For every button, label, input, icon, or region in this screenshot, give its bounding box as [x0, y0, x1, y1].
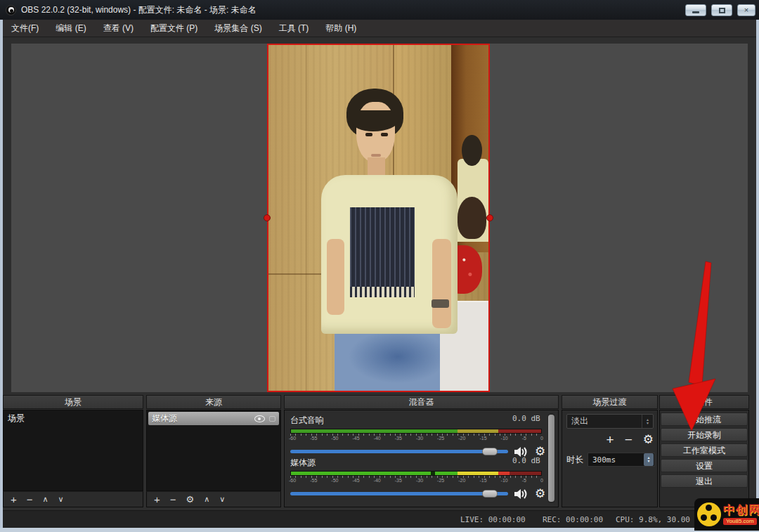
add-source-button[interactable]: +	[154, 494, 160, 505]
minimize-icon	[692, 11, 699, 13]
tshirt-print	[350, 207, 415, 287]
sources-list: 媒体源	[146, 410, 281, 491]
transition-selected-value: 淡出	[567, 415, 642, 427]
maximize-button[interactable]	[711, 4, 732, 16]
channel-gear-icon[interactable]: ⚙	[535, 488, 545, 500]
volume-slider[interactable]	[290, 492, 508, 495]
mixer-channel-desktop-audio: 台式音响 0.0 dB -60-55-50-45-40-35-30-25-20-…	[290, 413, 545, 458]
source-up-button[interactable]: ∧	[204, 495, 209, 503]
sources-toolbar: + − ⚙ ∧ ∨	[146, 491, 281, 507]
channel-db: 0.0 dB	[512, 414, 540, 423]
settings-button[interactable]: 设置	[661, 459, 748, 472]
watermark: 中创网 You85.com	[694, 498, 759, 531]
channel-name: 台式音响	[290, 415, 324, 425]
exit-button[interactable]: 退出	[661, 474, 748, 488]
channel-db: 0.0 dB	[512, 456, 540, 465]
status-bar: LIVE: 00:00:00 REC: 00:00:00 CPU: 9.8%, …	[3, 510, 756, 528]
menu-scene-collection[interactable]: 场景集合 (S)	[206, 20, 270, 37]
menu-profile[interactable]: 配置文件 (P)	[142, 20, 206, 37]
mixer-body: 台式音响 0.0 dB -60-55-50-45-40-35-30-25-20-…	[284, 410, 559, 507]
window-title: OBS 22.0.2 (32-bit, windows) - 配置文件: 未命名…	[21, 4, 257, 16]
wrist-watch	[432, 299, 449, 309]
scenes-toolbar: + − ∧ ∨	[3, 491, 143, 507]
scene-item[interactable]: 场景	[4, 410, 143, 427]
volume-slider-handle[interactable]	[482, 448, 498, 455]
selection-handle-right[interactable]	[486, 214, 493, 221]
watermark-site: You85.com	[723, 518, 757, 525]
window-bottom-border	[0, 528, 759, 532]
combo-spinner-icon[interactable]: ▴▾	[642, 415, 653, 428]
selection-handle-left[interactable]	[264, 214, 271, 221]
mixer-scrollbar-thumb[interactable]	[548, 415, 554, 502]
sources-panel-header[interactable]: 来源	[146, 395, 281, 409]
menu-help[interactable]: 帮助 (H)	[317, 20, 365, 37]
source-properties-gear-icon[interactable]: ⚙	[186, 495, 195, 504]
start-streaming-button[interactable]: 开始推流	[661, 413, 748, 426]
meter-scale: -60-55-50-45-40-35-30-25-20-15-10-50	[289, 436, 543, 441]
speaker-icon[interactable]	[514, 488, 529, 500]
studio-mode-button[interactable]: 工作室模式	[661, 443, 748, 457]
add-scene-button[interactable]: +	[11, 494, 17, 505]
volume-slider[interactable]	[290, 450, 508, 453]
status-live: LIVE: 00:00:00	[460, 515, 526, 524]
transitions-panel-header[interactable]: 场景过渡	[562, 395, 658, 409]
transitions-body: 淡出 ▴▾ + − ⚙ 时长 300ms ▴▾	[562, 410, 658, 507]
menu-view[interactable]: 查看 (V)	[95, 20, 142, 37]
minimize-button[interactable]	[685, 4, 706, 16]
title-bar: OBS 22.0.2 (32-bit, windows) - 配置文件: 未命名…	[0, 0, 759, 20]
video-source-preview[interactable]	[267, 44, 490, 392]
menu-edit[interactable]: 编辑 (E)	[47, 20, 94, 37]
menu-file[interactable]: 文件(F)	[3, 20, 47, 37]
duration-value: 300ms	[588, 455, 644, 465]
controls-body: 开始推流 开始录制 工作室模式 设置 退出	[659, 410, 749, 507]
controls-panel-header[interactable]: 控件	[659, 395, 749, 409]
duration-label: 时长	[566, 454, 583, 466]
transition-select[interactable]: 淡出 ▴▾	[566, 414, 654, 429]
source-item-label: 媒体源	[152, 413, 177, 424]
close-button[interactable]: ×	[737, 4, 755, 16]
meter-scale: -60-55-50-45-40-35-30-25-20-15-10-50	[289, 478, 543, 484]
lock-icon[interactable]	[269, 416, 275, 422]
maximize-icon	[719, 8, 725, 13]
add-transition-button[interactable]: +	[606, 433, 614, 447]
duration-input[interactable]: 300ms ▴▾	[588, 453, 655, 467]
obs-logo-icon	[6, 5, 16, 15]
source-item-media[interactable]: 媒体源	[148, 412, 279, 425]
remove-source-button[interactable]: −	[170, 494, 176, 505]
preview-canvas[interactable]	[11, 44, 748, 392]
menu-tools[interactable]: 工具 (T)	[271, 20, 318, 37]
film-reel-icon	[697, 502, 721, 526]
watermark-brand: 中创网	[723, 504, 759, 517]
volume-meter	[290, 471, 542, 476]
status-rec: REC: 00:00:00	[543, 515, 603, 524]
duration-spinner-icon[interactable]: ▴▾	[644, 453, 654, 466]
menu-bar: 文件(F) 编辑 (E) 查看 (V) 配置文件 (P) 场景集合 (S) 工具…	[3, 20, 756, 37]
start-recording-button[interactable]: 开始录制	[661, 428, 748, 441]
transition-gear-icon[interactable]: ⚙	[643, 433, 654, 447]
person-jeans	[335, 334, 440, 391]
mixer-panel-header[interactable]: 混音器	[284, 395, 559, 409]
channel-name: 媒体源	[290, 458, 316, 467]
volume-slider-handle[interactable]	[482, 490, 498, 498]
volume-meter	[290, 429, 542, 434]
scene-down-button[interactable]: ∨	[58, 495, 64, 503]
remove-transition-button[interactable]: −	[625, 433, 632, 447]
scenes-panel-header[interactable]: 场景	[3, 395, 143, 409]
source-down-button[interactable]: ∨	[219, 495, 225, 503]
remove-scene-button[interactable]: −	[27, 494, 33, 505]
mixer-channel-media-source: 媒体源 0.0 dB -60-55-50-45-40-35-30-25-20-1…	[290, 455, 545, 500]
scene-up-button[interactable]: ∧	[43, 495, 48, 503]
close-icon: ×	[744, 6, 748, 14]
scenes-list: 场景	[3, 410, 143, 491]
visibility-eye-icon[interactable]	[254, 415, 265, 422]
